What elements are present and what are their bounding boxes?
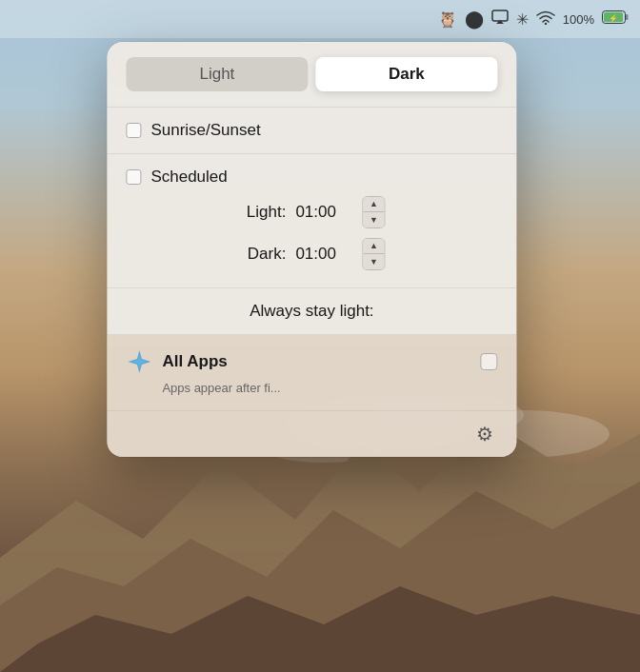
settings-button[interactable]: ⚙	[472, 421, 497, 447]
airplay-icon[interactable]	[491, 10, 509, 29]
sunrise-label: Sunrise/Sunset	[150, 121, 260, 140]
all-apps-checkbox[interactable]	[480, 353, 497, 370]
all-apps-label: All Apps	[162, 352, 470, 371]
dark-time-label: Dark:	[238, 245, 286, 264]
battery-icon: ⚡	[602, 10, 629, 28]
app-description: Apps appear after fi...	[126, 381, 497, 395]
dark-mode-button[interactable]: Dark	[315, 57, 497, 91]
theme-toggle-section: Light Dark	[107, 42, 516, 108]
dark-time-value: 01:00	[295, 245, 352, 264]
lungo-icon[interactable]: 🦉	[438, 10, 457, 29]
dark-time-row: Dark: 01:00 ▲ ▼	[126, 238, 497, 270]
light-time-decrement-button[interactable]: ▼	[363, 212, 384, 227]
scheduled-checkbox-row: Scheduled	[126, 168, 497, 187]
bluetooth-icon[interactable]: ✳	[516, 10, 529, 29]
sunrise-checkbox-row: Sunrise/Sunset	[126, 121, 497, 140]
light-time-stepper: ▲ ▼	[362, 196, 385, 228]
scheduled-label: Scheduled	[150, 168, 227, 187]
svg-point-9	[545, 23, 547, 25]
toggle-row: Light Dark	[126, 57, 497, 91]
light-mode-button[interactable]: Light	[126, 57, 308, 91]
dark-time-stepper: ▲ ▼	[362, 238, 385, 270]
dot-icon[interactable]: ⬤	[465, 9, 484, 30]
scheduled-section: Scheduled Light: 01:00 ▲ ▼ Dark: 01:00 ▲…	[107, 154, 516, 288]
light-time-row: Light: 01:00 ▲ ▼	[126, 196, 497, 228]
svg-rect-7	[492, 10, 508, 21]
scheduled-checkbox[interactable]	[126, 169, 141, 185]
svg-text:⚡: ⚡	[609, 13, 618, 23]
light-time-value: 01:00	[295, 203, 352, 222]
footer-section: ⚙	[107, 410, 516, 457]
menubar-icons: 🦉 ⬤ ✳ 100%	[438, 9, 629, 30]
light-time-label: Light:	[238, 203, 286, 222]
wifi-icon[interactable]	[536, 10, 555, 29]
sunrise-sunset-section: Sunrise/Sunset	[107, 108, 516, 154]
apps-section: All Apps Apps appear after fi...	[107, 335, 516, 410]
dark-time-decrement-button[interactable]: ▼	[363, 254, 384, 269]
dark-time-increment-button[interactable]: ▲	[363, 239, 384, 254]
menubar: 🦉 ⬤ ✳ 100%	[0, 0, 640, 38]
light-time-increment-button[interactable]: ▲	[363, 197, 384, 212]
app-row: All Apps	[126, 348, 497, 375]
always-stay-light-label: Always stay light:	[250, 302, 373, 321]
battery-percent-label: 100%	[563, 12, 594, 27]
all-apps-icon	[126, 348, 152, 375]
popup-panel: Light Dark Sunrise/Sunset Scheduled Ligh…	[107, 42, 516, 457]
always-stay-light-section: Always stay light:	[107, 288, 516, 335]
svg-rect-12	[626, 14, 629, 20]
sunrise-checkbox[interactable]	[126, 123, 141, 138]
